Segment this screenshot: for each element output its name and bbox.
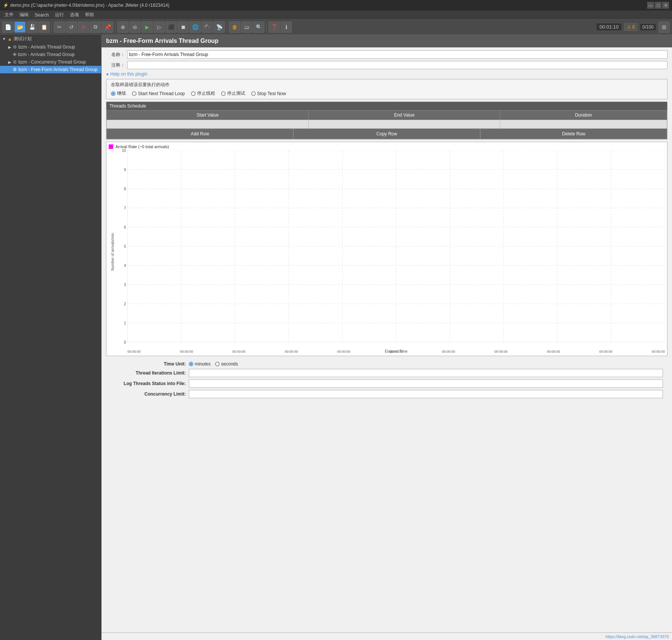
radio-circle-next-loop [132,91,137,96]
radio-seconds[interactable]: seconds [215,361,238,367]
toolbar-right: 00:01:10 ⚠ 0 0/100 ⊞ [596,21,670,33]
toolbar-sep-3 [227,22,227,32]
error-section-title: 在取样器错误后要执行的动作 [111,82,663,88]
app-icon: ⚡ [3,3,9,8]
menu-search[interactable]: Search [32,12,52,18]
y-tick-5: 5 [124,244,127,249]
table-empty-row [107,120,667,129]
shutdown-button[interactable]: ⏹ [177,21,189,33]
radio-circle-continue [111,91,115,96]
expand-button[interactable]: ⊕ [117,21,129,33]
freeform-icon: ⚙ [13,67,17,72]
chart-svg [127,150,665,342]
add-row-button[interactable]: Add Row [106,129,293,139]
delete-row-button[interactable]: Delete Row [480,129,667,139]
concurrency-input[interactable] [189,390,663,398]
info-button[interactable]: ℹ [281,21,292,33]
y-axis-label: Number of arrivals/min [109,150,116,353]
toolbar-sep-2 [115,22,115,32]
expand-all-button[interactable]: ⊞ [658,21,670,33]
cut-button[interactable]: ✂ [54,21,65,33]
main-layout: ▼ ▲ 测试计划 ▶ ⚙ bzm - Arrivals Thread Group… [0,35,672,640]
y-tick-1: 1 [124,321,127,325]
sidebar-item-arrivals[interactable]: ▶ ⚙ bzm - Arrivals Thread Group [0,43,101,51]
content-title-text: bzm - Free-Form Arrivals Thread Group [106,38,218,44]
table-header-row: Start Value End Value Duration [107,111,667,120]
menu-run[interactable]: 运行 [52,11,67,19]
log-threads-input[interactable] [189,379,663,388]
sidebar-item-test-plan[interactable]: ▼ ▲ 测试计划 [0,35,101,43]
title-bar-left: ⚡ demo.jmx (C:\apache-jmeter-4.0\bin\dem… [3,3,170,8]
title-bar-controls: — □ ✕ [647,2,669,9]
menu-file[interactable]: 文件 [2,11,17,19]
menu-options[interactable]: 选项 [67,11,82,19]
save-as-button[interactable]: 📋 [38,21,50,33]
arrivals-icon-2: ✤ [13,52,17,57]
name-input[interactable] [127,50,667,59]
maximize-button[interactable]: □ [655,2,661,9]
play-check-button[interactable]: ▷ [153,21,165,33]
toolbar-sep-1 [52,22,52,32]
menu-edit[interactable]: 编辑 [17,11,32,19]
paste-button[interactable]: 📌 [102,21,113,33]
remote-all-button[interactable]: 📡 [214,21,225,33]
chart-legend: Arrival Rate (~0 total arrivals) [109,144,665,149]
col-duration: Duration [500,111,667,120]
counter-display: 0/100 [640,23,656,31]
search-tb-button[interactable]: 🔍 [253,21,264,33]
radio-circle-stop-thread [191,91,196,96]
clear-button[interactable]: 🗑 [229,21,240,33]
copy-button[interactable]: ⧉ [90,21,101,33]
remote-button[interactable]: 🌐 [190,21,201,33]
help-tb-button[interactable]: ❓ [268,21,280,33]
log-threads-label: Log Threads Status into File: [111,381,186,386]
copy-row-button[interactable]: Copy Row [293,129,480,139]
sidebar: ▼ ▲ 测试计划 ▶ ⚙ bzm - Arrivals Thread Group… [0,35,102,640]
content-title: bzm - Free-Form Arrivals Thread Group [102,35,672,47]
radio-minutes[interactable]: minutes [189,361,211,367]
radio-continue[interactable]: 继续 [111,90,126,97]
sidebar-item-concurrency[interactable]: ▶ ⚙ bzm - Concurrency Thread Group [0,58,101,66]
minimize-button[interactable]: — [647,2,654,9]
y-tick-9: 9 [124,168,127,172]
tree-arrow: ▼ [2,37,6,41]
delete-button[interactable]: ✕ [78,21,89,33]
tree-arrow-3: ▶ [8,60,11,64]
sidebar-item-label-4: bzm - Concurrency Thread Group [18,59,86,65]
threads-schedule-table: Start Value End Value Duration [106,110,667,129]
log-threads-row: Log Threads Status into File: [111,379,663,388]
title-bar: ⚡ demo.jmx (C:\apache-jmeter-4.0\bin\dem… [0,0,672,11]
status-url: https://blog.csdn.net/qq_36873975 [605,634,669,639]
empty-cell-3 [500,120,667,129]
play-button[interactable]: ▶ [141,21,153,33]
comment-label: 注释： [106,62,125,68]
y-tick-3: 3 [124,283,127,287]
close-button[interactable]: ✕ [662,2,669,9]
y-tick-0: 0 [124,340,127,344]
comment-input[interactable] [127,61,667,69]
radio-stop-now[interactable]: Stop Test Now [251,91,286,96]
tree-arrow-2: ▶ [8,45,11,49]
thread-iter-input[interactable] [189,369,663,377]
timer-display: 00:01:10 [596,23,622,31]
remote-stop-button[interactable]: 🔌 [202,21,213,33]
menu-help[interactable]: 帮助 [82,11,97,19]
radio-next-loop[interactable]: Start Next Thread Loop [132,91,185,96]
sidebar-item-arrivals2[interactable]: ✤ bzm - Arrivals Thread Group [0,51,101,58]
collapse-button[interactable]: ⊖ [129,21,141,33]
sidebar-item-freeform[interactable]: ⚙ bzm - Free-Form Arrivals Thread Group [0,66,101,73]
new-button[interactable]: 📄 [2,21,14,33]
revert-button[interactable]: ↺ [66,21,77,33]
radio-circle-seconds [215,362,220,366]
threads-schedule-header: Threads Schedule [106,102,667,110]
save-button[interactable]: 💾 [26,21,38,33]
info-circle-icon: ● [106,71,109,77]
clear-all-button[interactable]: 🗂 [241,21,252,33]
stop-button[interactable]: ⬛ [165,21,177,33]
radio-stop-thread[interactable]: 停止线程 [191,90,215,97]
help-link[interactable]: ● Help on this plugin [106,71,667,77]
radio-stop-test[interactable]: 停止测试 [221,90,245,97]
open-button[interactable]: 📂 [14,21,26,33]
minutes-label: minutes [195,361,211,367]
sidebar-item-label-2: bzm - Arrivals Thread Group [18,44,75,50]
